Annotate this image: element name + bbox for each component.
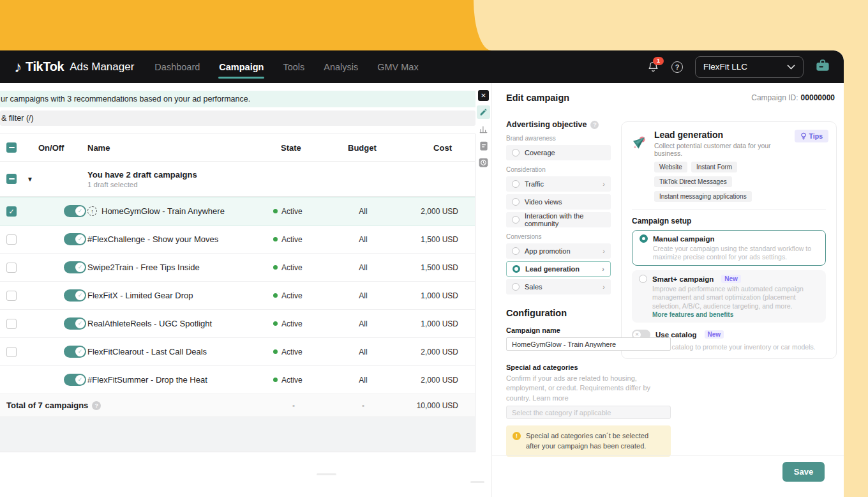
objective-lead-generation[interactable]: Lead generation › bbox=[506, 261, 611, 277]
configuration-heading: Configuration bbox=[506, 308, 671, 318]
campaign-name-cell[interactable]: ↑HomeGymGlow - Train Anywhere bbox=[87, 206, 268, 216]
manual-campaign-description: Create your campaign using the standard … bbox=[653, 245, 818, 261]
table-row: ✓ RealAthleteReels - UGC Spotlight Activ… bbox=[0, 310, 475, 338]
campaign-name-input[interactable] bbox=[506, 337, 671, 351]
col-state: State bbox=[268, 143, 345, 153]
special-categories-description: Confirm if your ads are related to housi… bbox=[506, 374, 671, 403]
nav-menu: Dashboard Campaign Tools Analysis GMV Ma… bbox=[154, 62, 418, 72]
col-onoff: On/Off bbox=[26, 143, 87, 153]
search-filter-bar[interactable]: & filter (/) bbox=[0, 111, 475, 126]
special-categories-warning: ! Special ad categories can´t be selecte… bbox=[506, 425, 671, 457]
toggle-knob: ✓ bbox=[75, 234, 85, 244]
total-help-icon[interactable]: ? bbox=[92, 401, 101, 410]
state-cell: Active bbox=[268, 319, 345, 328]
logo-secondary: Ads Manager bbox=[70, 61, 134, 73]
screen: ♪ TikTok Ads Manager Dashboard Campaign … bbox=[0, 0, 868, 497]
cost-cell: 1,000 USD bbox=[396, 291, 475, 300]
total-label: Total of 7 campaigns bbox=[6, 401, 88, 410]
cost-cell: 1,500 USD bbox=[396, 263, 475, 272]
collapse-caret-icon[interactable]: ▼ bbox=[26, 176, 87, 183]
budget-cell: All bbox=[345, 235, 396, 244]
close-icon[interactable]: ✕ bbox=[478, 90, 489, 101]
account-selector[interactable]: FlexFit LLC bbox=[695, 56, 804, 78]
state-cell: Active bbox=[268, 207, 345, 216]
manual-campaign-option[interactable]: Manual campaign Create your campaign usi… bbox=[632, 230, 826, 266]
select-all-checkbox[interactable] bbox=[6, 142, 17, 153]
panel-header: Edit campaign Campaign ID:00000000 bbox=[492, 83, 844, 112]
row-checkbox[interactable] bbox=[6, 319, 17, 329]
more-features-link[interactable]: More features and benefits bbox=[652, 311, 819, 318]
objective-detail-title: Lead generation bbox=[654, 130, 793, 140]
radio-icon bbox=[512, 149, 520, 157]
special-category-select[interactable]: Select the category if applicable bbox=[506, 406, 671, 419]
campaign-toggle[interactable]: ✓ bbox=[64, 261, 86, 273]
tips-button[interactable]: Tips bbox=[795, 130, 828, 142]
active-dot-icon bbox=[273, 237, 278, 241]
special-category-placeholder: Select the category if applicable bbox=[512, 409, 611, 417]
table-header-row: On/Off Name State Budget Cost bbox=[0, 134, 475, 162]
chevron-right-icon: › bbox=[602, 283, 605, 291]
help-icon[interactable]: ? bbox=[671, 61, 683, 73]
radio-selected-icon bbox=[513, 265, 520, 273]
chevron-down-icon bbox=[787, 65, 795, 70]
campaign-id-value: 00000000 bbox=[801, 93, 835, 102]
smart-campaign-description: Improve ad performance with automated ca… bbox=[652, 285, 819, 310]
campaign-name-cell[interactable]: #FlexFitSummer - Drop the Heat bbox=[87, 375, 268, 385]
group-subtitle: 1 draft selected bbox=[87, 181, 268, 188]
row-checkbox[interactable] bbox=[6, 347, 17, 357]
radio-icon bbox=[512, 283, 520, 291]
nav-item-dashboard[interactable]: Dashboard bbox=[154, 62, 200, 72]
campaign-name-cell[interactable]: FlexFitClearout - Last Call Deals bbox=[87, 347, 268, 356]
side-tab-strip: ✕ bbox=[475, 83, 491, 497]
lightbulb-icon bbox=[800, 132, 807, 140]
business-center-icon[interactable] bbox=[816, 59, 830, 74]
save-button[interactable]: Save bbox=[782, 462, 825, 482]
state-cell: Active bbox=[268, 263, 345, 272]
objective-video-views[interactable]: Video views bbox=[506, 194, 611, 210]
objective-community-interaction[interactable]: Interaction with the community bbox=[506, 212, 611, 227]
nav-item-gmv-max[interactable]: GMV Max bbox=[377, 62, 418, 72]
radio-selected-icon bbox=[640, 234, 648, 243]
objective-coverage[interactable]: Coverage bbox=[506, 145, 611, 160]
row-checkbox[interactable]: ✓ bbox=[6, 206, 17, 217]
tag-instant-form: Instant Form bbox=[691, 162, 737, 172]
nav-item-campaign[interactable]: Campaign bbox=[219, 62, 264, 72]
campaign-toggle[interactable]: ✓ bbox=[64, 317, 86, 330]
tiktok-logo[interactable]: ♪ TikTok Ads Manager bbox=[14, 59, 134, 75]
history-tab-icon[interactable] bbox=[477, 157, 490, 169]
table-row: ✓ #FlexChallenge - Show your Moves Activ… bbox=[0, 226, 475, 254]
row-checkbox[interactable] bbox=[6, 291, 17, 301]
row-checkbox[interactable] bbox=[6, 263, 17, 273]
top-orange-band bbox=[0, 0, 491, 50]
campaign-name-cell[interactable]: #FlexChallenge - Show your Moves bbox=[87, 234, 268, 244]
campaign-table: On/Off Name State Budget Cost ▼ You have… bbox=[0, 134, 475, 452]
row-checkbox[interactable] bbox=[6, 234, 17, 245]
objective-sales[interactable]: Sales › bbox=[506, 279, 611, 294]
table-row: ✓ FlexFitClearout - Last Call Deals Acti… bbox=[0, 338, 475, 366]
campaign-name-cell[interactable]: RealAthleteReels - UGC Spotlight bbox=[87, 319, 268, 328]
campaign-toggle[interactable]: ✓ bbox=[64, 374, 86, 386]
edit-campaign-panel: Edit campaign Campaign ID:00000000 Adver… bbox=[491, 83, 844, 497]
nav-item-tools[interactable]: Tools bbox=[283, 62, 304, 72]
smart-campaign-title: Smart+ campaign bbox=[652, 275, 714, 283]
edit-tab-pencil-icon[interactable] bbox=[477, 105, 490, 119]
objective-heading: Advertising objective bbox=[506, 120, 587, 129]
active-dot-icon bbox=[273, 349, 278, 354]
account-name: FlexFit LLC bbox=[703, 62, 747, 72]
campaign-toggle[interactable]: ✓ bbox=[64, 233, 86, 245]
objective-traffic[interactable]: Traffic › bbox=[506, 176, 611, 192]
notification-bell-icon[interactable]: 1 bbox=[647, 61, 659, 73]
campaign-toggle[interactable]: ✓ bbox=[64, 289, 86, 302]
objective-app-promotion[interactable]: App promotion › bbox=[506, 243, 611, 259]
budget-cell: All bbox=[345, 376, 396, 385]
chart-tab-icon[interactable] bbox=[477, 123, 490, 135]
toggle-knob: ✓ bbox=[75, 347, 85, 356]
campaign-name-cell[interactable]: Swipe2Train - Free Tips Inside bbox=[87, 263, 268, 272]
campaign-name-cell[interactable]: FlexFitX - Limited Gear Drop bbox=[87, 291, 268, 300]
group-checkbox[interactable] bbox=[6, 174, 17, 184]
campaign-toggle[interactable]: ✓ bbox=[64, 205, 86, 217]
objective-help-icon[interactable]: ? bbox=[590, 121, 599, 129]
nav-item-analysis[interactable]: Analysis bbox=[324, 62, 358, 72]
document-tab-icon[interactable] bbox=[477, 140, 490, 152]
campaign-toggle[interactable]: ✓ bbox=[64, 346, 86, 358]
